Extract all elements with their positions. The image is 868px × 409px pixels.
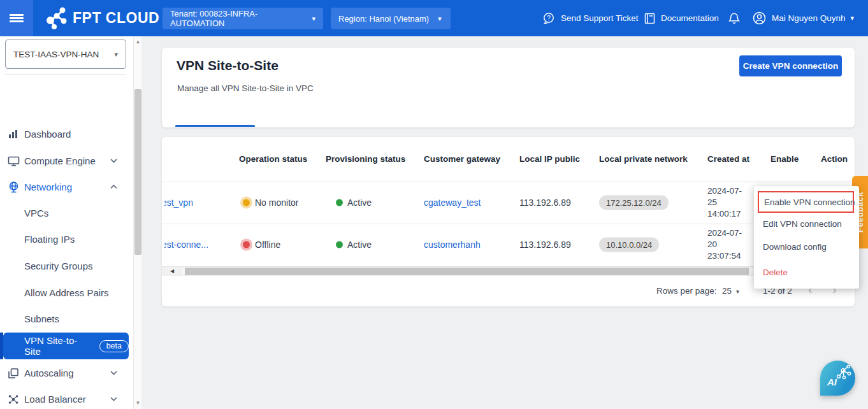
scroll-left-button[interactable]: ◀ [162,267,182,275]
hamburger-menu-button[interactable] [0,0,33,36]
hamburger-icon [10,13,24,24]
status-dot-active [336,199,343,206]
chevron-up-icon [110,184,118,190]
chevron-down-icon [110,396,118,402]
scroll-up-icon[interactable]: ▲ [134,38,142,47]
vpn-name-link[interactable]: test-conne... [164,240,222,250]
sidebar-item-security-groups[interactable]: Security Groups [0,253,133,279]
sidebar-item-vpcs[interactable]: VPCs [0,200,133,226]
provisioning-status-text: Active [347,240,372,250]
sidebar-item-load-balancer[interactable]: Load Balancer [0,386,133,409]
user-menu[interactable]: Mai Nguyen Quynh ▾ [752,0,854,36]
operation-status-text: Offline [255,240,280,250]
send-support-ticket-button[interactable]: ? Send Support Ticket [542,0,639,36]
vpn-name-link[interactable]: test_vpn [164,197,222,208]
networking-globe-icon [8,181,24,193]
region-dropdown[interactable]: Region: Hanoi (Vietnam) ▾ [331,8,451,29]
sidebar-item-label: Load Balancer [24,394,86,405]
region-label: Region: Hanoi (Vietnam) [338,14,429,24]
page-subtitle: Manage all VPN Site-to-Site in VPC [177,83,314,93]
documentation-button[interactable]: Documentation [644,0,719,36]
column-header-local-ip-public: Local IP public [519,154,580,164]
chevron-down-icon [110,158,118,164]
column-header-provisioning-status: Provisioning status [326,154,405,164]
sidebar-item-label: VPCs [24,208,48,219]
caret-down-icon: ▾ [312,15,315,23]
sidebar-item-label: Networking [24,182,72,192]
table-row: test_vpn No monitor Active cgateway_test… [162,182,855,224]
rows-per-page-select[interactable]: 25 [722,286,732,296]
page-header-card: VPN Site-to-Site Manage all VPN Site-to-… [162,48,855,127]
support-chat-icon: ? [542,11,556,25]
local-private-network-chip: 172.25.12.0/24 [599,196,669,210]
fpt-cloud-molecule-icon [43,5,69,31]
sidebar-item-subnets[interactable]: Subnets [0,306,133,332]
active-tab-underline [175,125,255,127]
sidebar-scrollbar[interactable]: ▲ ▼ [133,36,141,409]
row-action-menu: Enable VPN connection Edit VPN connectio… [754,186,859,289]
create-vpn-connection-button[interactable]: Create VPN connection [739,55,842,76]
caret-down-icon: ▾ [851,14,855,22]
operation-status-text: No monitor [255,197,298,208]
customer-gateway-link[interactable]: customerhanh [424,240,481,250]
chevron-down-icon [110,370,118,376]
menu-item-download-config[interactable]: Download config [763,242,827,252]
user-avatar-icon [752,11,767,25]
vpn-connections-table-card: Name Operation status Provisioning statu… [162,137,855,306]
sidebar-item-allow-address-pairs[interactable]: Allow Address Pairs [0,280,133,306]
ai-assistant-button[interactable]: AI [820,361,855,396]
compute-engine-icon [8,155,24,167]
sidebar-item-floating-ips[interactable]: Floating IPs [0,226,133,252]
scroll-left-icon: ◀ [170,268,174,274]
bell-icon [728,11,741,25]
tenant-label: Tenant: 000823-INFRA-AUTOMATION [170,9,303,28]
sidebar-item-label: VPN Site-to-Site [24,335,93,357]
vpc-selector-dropdown[interactable]: TEST-IAAS-VPN-HAN ▾ [5,39,126,69]
sidebar-item-dashboard[interactable]: Dashboard [0,121,133,147]
sidebar-item-compute-engine[interactable]: Compute Engine [0,148,133,174]
menu-item-enable-vpn-connection[interactable]: Enable VPN connection [758,191,854,213]
sidebar-item-autoscaling[interactable]: Autoscaling [0,360,133,386]
sidebar-scrollbar-thumb[interactable] [134,89,141,255]
sidebar-item-label: Subnets [24,313,59,324]
local-ip-public-text: 113.192.6.89 [519,197,571,208]
menu-item-edit-vpn-connection[interactable]: Edit VPN connection [763,219,842,229]
vpc-selector-value: TEST-IAAS-VPN-HAN [13,50,99,59]
caret-down-icon[interactable]: ▾ [736,288,739,295]
local-private-network-chip: 10.10.0.0/24 [599,238,659,252]
sidebar-item-vpn-site-to-site[interactable]: VPN Site-to-Site beta [3,333,129,359]
local-ip-public-text: 113.192.6.89 [519,240,571,250]
dashboard-icon [8,129,24,140]
user-name: Mai Nguyen Quynh [772,13,846,23]
brand-logo[interactable]: FPT CLOUD [43,5,159,31]
sidebar-item-label: Dashboard [24,129,71,140]
documentation-label: Documentation [661,13,719,23]
sidebar-item-label: Allow Address Pairs [24,287,109,298]
column-header-action: Action [821,154,848,164]
sidebar-item-networking[interactable]: Networking [0,174,133,200]
caret-down-icon: ▾ [438,15,442,23]
page-title: VPN Site-to-Site [177,58,278,73]
sidebar-item-label: Autoscaling [24,368,74,378]
scroll-down-icon[interactable]: ▼ [134,399,142,408]
column-header-local-private-network: Local private network [599,154,688,164]
top-bar: FPT CLOUD Tenant: 000823-INFRA-AUTOMATIO… [0,0,868,36]
svg-text:?: ? [547,15,551,22]
created-at-text: 2024-07-2514:00:17 [707,185,742,220]
send-support-ticket-label: Send Support Ticket [561,13,639,23]
beta-badge: beta [99,340,129,352]
provisioning-status-text: Active [347,197,372,208]
status-dot-offline [243,241,250,248]
caret-down-icon: ▾ [114,50,118,59]
column-header-enable: Enable [770,154,799,164]
tenant-dropdown[interactable]: Tenant: 000823-INFRA-AUTOMATION ▾ [163,8,323,29]
customer-gateway-link[interactable]: cgateway_test [424,197,481,208]
horizontal-scrollbar-thumb[interactable] [185,268,749,275]
column-header-customer-gateway: Customer gateway [424,154,500,164]
horizontal-scrollbar[interactable]: ◀ [162,266,855,276]
load-balancer-icon [8,394,24,405]
rows-per-page-label: Rows per page: [656,286,717,296]
menu-item-delete[interactable]: Delete [763,268,788,277]
notifications-button[interactable] [728,0,741,36]
column-header-operation-status: Operation status [239,154,307,164]
